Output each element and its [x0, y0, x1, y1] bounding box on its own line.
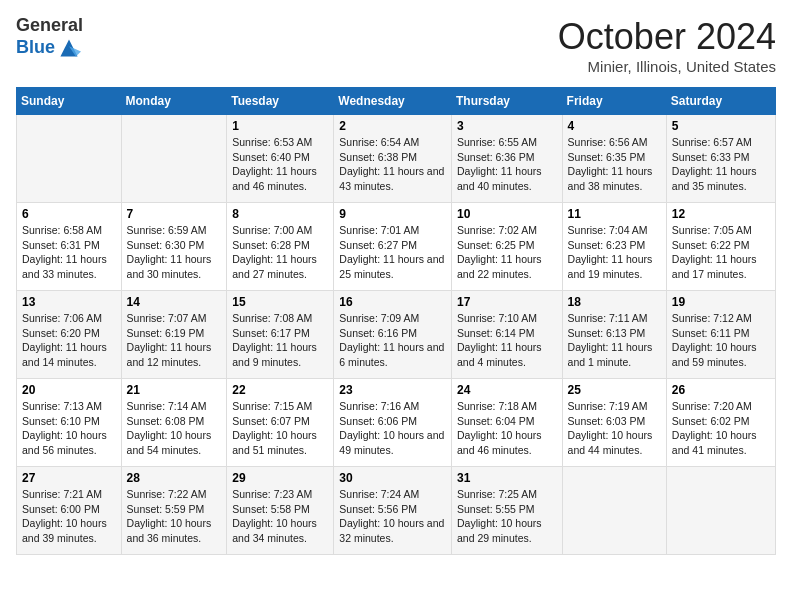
- calendar-cell: [562, 467, 666, 555]
- calendar-cell: [666, 467, 775, 555]
- location: Minier, Illinois, United States: [558, 58, 776, 75]
- calendar-cell: 30Sunrise: 7:24 AM Sunset: 5:56 PM Dayli…: [334, 467, 452, 555]
- day-number: 25: [568, 383, 661, 397]
- calendar-cell: 18Sunrise: 7:11 AM Sunset: 6:13 PM Dayli…: [562, 291, 666, 379]
- day-number: 17: [457, 295, 557, 309]
- day-info: Sunrise: 7:00 AM Sunset: 6:28 PM Dayligh…: [232, 223, 328, 282]
- day-info: Sunrise: 7:19 AM Sunset: 6:03 PM Dayligh…: [568, 399, 661, 458]
- day-number: 24: [457, 383, 557, 397]
- calendar-week-row: 1Sunrise: 6:53 AM Sunset: 6:40 PM Daylig…: [17, 115, 776, 203]
- page-container: General Blue October 2024 Minier, Illino…: [0, 0, 792, 565]
- day-info: Sunrise: 6:54 AM Sunset: 6:38 PM Dayligh…: [339, 135, 446, 194]
- calendar-cell: [121, 115, 227, 203]
- day-number: 2: [339, 119, 446, 133]
- calendar-cell: 16Sunrise: 7:09 AM Sunset: 6:16 PM Dayli…: [334, 291, 452, 379]
- day-info: Sunrise: 7:24 AM Sunset: 5:56 PM Dayligh…: [339, 487, 446, 546]
- day-info: Sunrise: 7:09 AM Sunset: 6:16 PM Dayligh…: [339, 311, 446, 370]
- day-number: 7: [127, 207, 222, 221]
- day-info: Sunrise: 7:01 AM Sunset: 6:27 PM Dayligh…: [339, 223, 446, 282]
- day-info: Sunrise: 6:53 AM Sunset: 6:40 PM Dayligh…: [232, 135, 328, 194]
- day-number: 8: [232, 207, 328, 221]
- day-number: 15: [232, 295, 328, 309]
- day-number: 13: [22, 295, 116, 309]
- weekday-header-monday: Monday: [121, 88, 227, 115]
- calendar-cell: 7Sunrise: 6:59 AM Sunset: 6:30 PM Daylig…: [121, 203, 227, 291]
- day-info: Sunrise: 7:07 AM Sunset: 6:19 PM Dayligh…: [127, 311, 222, 370]
- day-number: 28: [127, 471, 222, 485]
- calendar-cell: 13Sunrise: 7:06 AM Sunset: 6:20 PM Dayli…: [17, 291, 122, 379]
- day-number: 14: [127, 295, 222, 309]
- day-info: Sunrise: 6:58 AM Sunset: 6:31 PM Dayligh…: [22, 223, 116, 282]
- day-number: 6: [22, 207, 116, 221]
- weekday-header-thursday: Thursday: [451, 88, 562, 115]
- day-number: 9: [339, 207, 446, 221]
- day-info: Sunrise: 7:02 AM Sunset: 6:25 PM Dayligh…: [457, 223, 557, 282]
- logo-blue: Blue: [16, 38, 55, 58]
- day-number: 16: [339, 295, 446, 309]
- day-number: 23: [339, 383, 446, 397]
- calendar-week-row: 6Sunrise: 6:58 AM Sunset: 6:31 PM Daylig…: [17, 203, 776, 291]
- calendar-week-row: 27Sunrise: 7:21 AM Sunset: 6:00 PM Dayli…: [17, 467, 776, 555]
- day-number: 29: [232, 471, 328, 485]
- weekday-header-tuesday: Tuesday: [227, 88, 334, 115]
- day-info: Sunrise: 7:13 AM Sunset: 6:10 PM Dayligh…: [22, 399, 116, 458]
- calendar-cell: 10Sunrise: 7:02 AM Sunset: 6:25 PM Dayli…: [451, 203, 562, 291]
- calendar-cell: 1Sunrise: 6:53 AM Sunset: 6:40 PM Daylig…: [227, 115, 334, 203]
- calendar-cell: 5Sunrise: 6:57 AM Sunset: 6:33 PM Daylig…: [666, 115, 775, 203]
- calendar-cell: 15Sunrise: 7:08 AM Sunset: 6:17 PM Dayli…: [227, 291, 334, 379]
- day-number: 31: [457, 471, 557, 485]
- day-info: Sunrise: 7:20 AM Sunset: 6:02 PM Dayligh…: [672, 399, 770, 458]
- calendar-cell: 8Sunrise: 7:00 AM Sunset: 6:28 PM Daylig…: [227, 203, 334, 291]
- day-number: 21: [127, 383, 222, 397]
- weekday-header-saturday: Saturday: [666, 88, 775, 115]
- calendar-cell: 19Sunrise: 7:12 AM Sunset: 6:11 PM Dayli…: [666, 291, 775, 379]
- day-number: 11: [568, 207, 661, 221]
- day-number: 4: [568, 119, 661, 133]
- calendar-week-row: 20Sunrise: 7:13 AM Sunset: 6:10 PM Dayli…: [17, 379, 776, 467]
- calendar-header-row: SundayMondayTuesdayWednesdayThursdayFrid…: [17, 88, 776, 115]
- calendar-cell: 4Sunrise: 6:56 AM Sunset: 6:35 PM Daylig…: [562, 115, 666, 203]
- day-info: Sunrise: 7:21 AM Sunset: 6:00 PM Dayligh…: [22, 487, 116, 546]
- calendar-cell: 22Sunrise: 7:15 AM Sunset: 6:07 PM Dayli…: [227, 379, 334, 467]
- calendar-cell: 31Sunrise: 7:25 AM Sunset: 5:55 PM Dayli…: [451, 467, 562, 555]
- calendar-cell: 12Sunrise: 7:05 AM Sunset: 6:22 PM Dayli…: [666, 203, 775, 291]
- weekday-header-sunday: Sunday: [17, 88, 122, 115]
- calendar-cell: 29Sunrise: 7:23 AM Sunset: 5:58 PM Dayli…: [227, 467, 334, 555]
- calendar-cell: 23Sunrise: 7:16 AM Sunset: 6:06 PM Dayli…: [334, 379, 452, 467]
- logo-icon: [57, 36, 81, 60]
- calendar-cell: 3Sunrise: 6:55 AM Sunset: 6:36 PM Daylig…: [451, 115, 562, 203]
- day-number: 19: [672, 295, 770, 309]
- day-number: 27: [22, 471, 116, 485]
- calendar-table: SundayMondayTuesdayWednesdayThursdayFrid…: [16, 87, 776, 555]
- day-info: Sunrise: 7:12 AM Sunset: 6:11 PM Dayligh…: [672, 311, 770, 370]
- logo-general: General: [16, 16, 83, 36]
- calendar-cell: 17Sunrise: 7:10 AM Sunset: 6:14 PM Dayli…: [451, 291, 562, 379]
- day-info: Sunrise: 7:06 AM Sunset: 6:20 PM Dayligh…: [22, 311, 116, 370]
- day-info: Sunrise: 7:16 AM Sunset: 6:06 PM Dayligh…: [339, 399, 446, 458]
- logo: General Blue: [16, 16, 83, 60]
- day-number: 10: [457, 207, 557, 221]
- day-info: Sunrise: 6:59 AM Sunset: 6:30 PM Dayligh…: [127, 223, 222, 282]
- day-info: Sunrise: 7:11 AM Sunset: 6:13 PM Dayligh…: [568, 311, 661, 370]
- day-number: 12: [672, 207, 770, 221]
- day-number: 3: [457, 119, 557, 133]
- calendar-cell: 2Sunrise: 6:54 AM Sunset: 6:38 PM Daylig…: [334, 115, 452, 203]
- calendar-cell: 21Sunrise: 7:14 AM Sunset: 6:08 PM Dayli…: [121, 379, 227, 467]
- day-info: Sunrise: 7:22 AM Sunset: 5:59 PM Dayligh…: [127, 487, 222, 546]
- day-info: Sunrise: 6:57 AM Sunset: 6:33 PM Dayligh…: [672, 135, 770, 194]
- weekday-header-friday: Friday: [562, 88, 666, 115]
- day-number: 20: [22, 383, 116, 397]
- calendar-cell: 27Sunrise: 7:21 AM Sunset: 6:00 PM Dayli…: [17, 467, 122, 555]
- day-info: Sunrise: 7:23 AM Sunset: 5:58 PM Dayligh…: [232, 487, 328, 546]
- day-info: Sunrise: 7:25 AM Sunset: 5:55 PM Dayligh…: [457, 487, 557, 546]
- day-number: 30: [339, 471, 446, 485]
- calendar-cell: 26Sunrise: 7:20 AM Sunset: 6:02 PM Dayli…: [666, 379, 775, 467]
- day-info: Sunrise: 6:56 AM Sunset: 6:35 PM Dayligh…: [568, 135, 661, 194]
- day-info: Sunrise: 7:05 AM Sunset: 6:22 PM Dayligh…: [672, 223, 770, 282]
- calendar-cell: 25Sunrise: 7:19 AM Sunset: 6:03 PM Dayli…: [562, 379, 666, 467]
- calendar-cell: 9Sunrise: 7:01 AM Sunset: 6:27 PM Daylig…: [334, 203, 452, 291]
- title-section: October 2024 Minier, Illinois, United St…: [558, 16, 776, 75]
- page-header: General Blue October 2024 Minier, Illino…: [16, 16, 776, 75]
- day-number: 22: [232, 383, 328, 397]
- day-info: Sunrise: 7:08 AM Sunset: 6:17 PM Dayligh…: [232, 311, 328, 370]
